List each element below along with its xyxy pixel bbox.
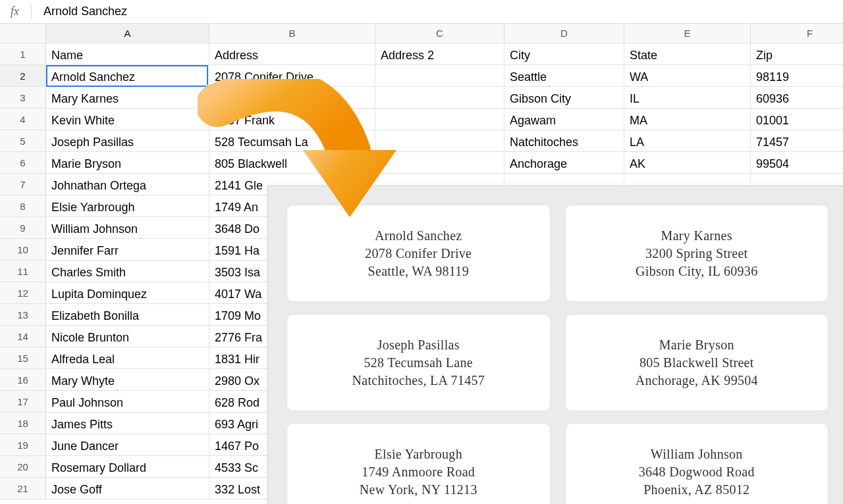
- row-header[interactable]: 19: [0, 434, 46, 455]
- cell-D6[interactable]: Anchorage: [504, 152, 624, 173]
- cell-B5[interactable]: 528 Tecumsah La: [209, 130, 375, 151]
- address-label: William Johnson3648 Dogwood RoadPhoenix,…: [565, 423, 829, 504]
- row-header[interactable]: 16: [0, 369, 46, 390]
- cell-D1[interactable]: City: [504, 43, 624, 64]
- table-row: 3Mary Karnes3200 SpGibson CityIL60936: [0, 87, 843, 109]
- cell-E6[interactable]: AK: [624, 152, 751, 173]
- cell-A7[interactable]: Johnathan Ortega: [46, 174, 209, 195]
- label-address: 3648 Dogwood Road: [639, 463, 755, 481]
- label-citystate: Seattle, WA 98119: [368, 263, 469, 280]
- row-header[interactable]: 5: [0, 130, 46, 151]
- cell-A9[interactable]: William Johnson: [46, 217, 209, 238]
- cell-F4[interactable]: 01001: [751, 109, 843, 130]
- label-citystate: Phoenix, AZ 85012: [643, 481, 749, 499]
- formula-input[interactable]: [43, 5, 843, 18]
- fx-icon: fx: [11, 5, 19, 18]
- label-address: 2078 Conifer Drive: [365, 245, 472, 263]
- cell-E3[interactable]: IL: [624, 87, 751, 108]
- cell-D2[interactable]: Seattle: [504, 65, 624, 86]
- cell-A8[interactable]: Elsie Yarbrough: [46, 195, 209, 216]
- cell-F2[interactable]: 98119: [751, 65, 843, 86]
- table-row: 5Joseph Pasillas528 Tecumsah LaNatchitoc…: [0, 130, 843, 152]
- row-header[interactable]: 11: [0, 261, 46, 282]
- row-header[interactable]: 12: [0, 282, 46, 303]
- row-header[interactable]: 9: [0, 217, 46, 238]
- address-label: Arnold Sanchez2078 Conifer DriveSeattle,…: [286, 205, 551, 302]
- cell-D5[interactable]: Natchitoches: [504, 130, 624, 151]
- cell-A16[interactable]: Mary Whyte: [46, 369, 209, 390]
- cell-A11[interactable]: Charles Smith: [46, 261, 209, 282]
- row-header[interactable]: 13: [0, 304, 46, 325]
- column-header-B[interactable]: B: [209, 24, 375, 43]
- row-header[interactable]: 15: [0, 347, 46, 368]
- cell-B6[interactable]: 805 Blackwell: [209, 152, 375, 173]
- cell-A21[interactable]: Jose Goff: [46, 478, 209, 499]
- label-citystate: Gibson City, IL 60936: [636, 263, 757, 280]
- label-citystate: Natchitoches, LA 71457: [352, 372, 485, 390]
- cell-A20[interactable]: Rosemary Dollard: [46, 456, 209, 477]
- row-header[interactable]: 8: [0, 195, 46, 216]
- column-header-D[interactable]: D: [504, 24, 624, 43]
- cell-A10[interactable]: Jennifer Farr: [46, 239, 209, 260]
- row-header[interactable]: 14: [0, 326, 46, 347]
- cell-A1[interactable]: Name: [46, 43, 209, 64]
- cell-D4[interactable]: Agawam: [504, 109, 624, 130]
- cell-D3[interactable]: Gibson City: [504, 87, 624, 108]
- cell-E5[interactable]: LA: [624, 130, 751, 151]
- column-header-E[interactable]: E: [624, 24, 751, 43]
- cell-E4[interactable]: MA: [624, 109, 751, 130]
- cell-A15[interactable]: Alfreda Leal: [46, 347, 209, 368]
- label-name: Mary Karnes: [661, 227, 732, 245]
- cell-A5[interactable]: Joseph Pasillas: [46, 130, 209, 151]
- cell-A12[interactable]: Lupita Dominquez: [46, 282, 209, 303]
- column-header-C[interactable]: C: [375, 24, 504, 43]
- cell-A2[interactable]: Arnold Sanchez: [46, 65, 209, 86]
- label-citystate: Anchorage, AK 99504: [636, 372, 758, 390]
- cell-A17[interactable]: Paul Johnson: [46, 391, 209, 412]
- cell-E2[interactable]: WA: [624, 65, 751, 86]
- cell-A19[interactable]: June Dancer: [46, 434, 209, 455]
- column-header-F[interactable]: F: [751, 24, 843, 43]
- cell-C5[interactable]: [375, 130, 504, 151]
- row-header[interactable]: 18: [0, 413, 46, 434]
- cell-A4[interactable]: Kevin White: [46, 109, 209, 130]
- label-citystate: New York, NY 11213: [360, 481, 477, 499]
- cell-C3[interactable]: [375, 87, 504, 108]
- cell-B1[interactable]: Address: [209, 43, 375, 64]
- row-header[interactable]: 6: [0, 152, 46, 173]
- cell-F6[interactable]: 99504: [751, 152, 843, 173]
- label-address: 528 Tecumsah Lane: [364, 354, 473, 372]
- cell-B3[interactable]: 3200 Sp: [209, 87, 375, 108]
- table-row: 1NameAddressAddress 2CityStateZip: [0, 43, 843, 65]
- cell-F3[interactable]: 60936: [751, 87, 843, 108]
- cell-B2[interactable]: 2078 Conifer Drive: [209, 65, 375, 86]
- row-header[interactable]: 3: [0, 87, 46, 108]
- cell-E1[interactable]: State: [624, 43, 751, 64]
- row-header[interactable]: 20: [0, 456, 46, 477]
- row-header[interactable]: 1: [0, 43, 46, 64]
- label-name: Joseph Pasillas: [377, 336, 460, 354]
- cell-F1[interactable]: Zip: [751, 43, 843, 64]
- cell-B4[interactable]: 2907 Frank: [209, 109, 375, 130]
- row-header[interactable]: 10: [0, 239, 46, 260]
- cell-C1[interactable]: Address 2: [375, 43, 504, 64]
- fill-handle[interactable]: [206, 85, 211, 89]
- row-header[interactable]: 17: [0, 391, 46, 412]
- row-header[interactable]: 21: [0, 478, 46, 499]
- label-name: William Johnson: [651, 445, 743, 463]
- row-header[interactable]: 4: [0, 109, 46, 130]
- row-header[interactable]: 2: [0, 65, 46, 86]
- cell-C2[interactable]: [375, 65, 504, 86]
- label-name: Arnold Sanchez: [375, 227, 462, 245]
- cell-C4[interactable]: [375, 109, 504, 130]
- cell-A14[interactable]: Nicole Brunton: [46, 326, 209, 347]
- column-header-A[interactable]: A: [46, 24, 209, 43]
- cell-A6[interactable]: Marie Bryson: [46, 152, 209, 173]
- cell-A18[interactable]: James Pitts: [46, 413, 209, 434]
- row-header[interactable]: 7: [0, 174, 46, 195]
- cell-A13[interactable]: Elizabeth Bonilla: [46, 304, 209, 325]
- cell-C6[interactable]: [375, 152, 504, 173]
- cell-A3[interactable]: Mary Karnes: [46, 87, 209, 108]
- cell-F5[interactable]: 71457: [751, 130, 843, 151]
- select-all-corner[interactable]: [0, 24, 46, 43]
